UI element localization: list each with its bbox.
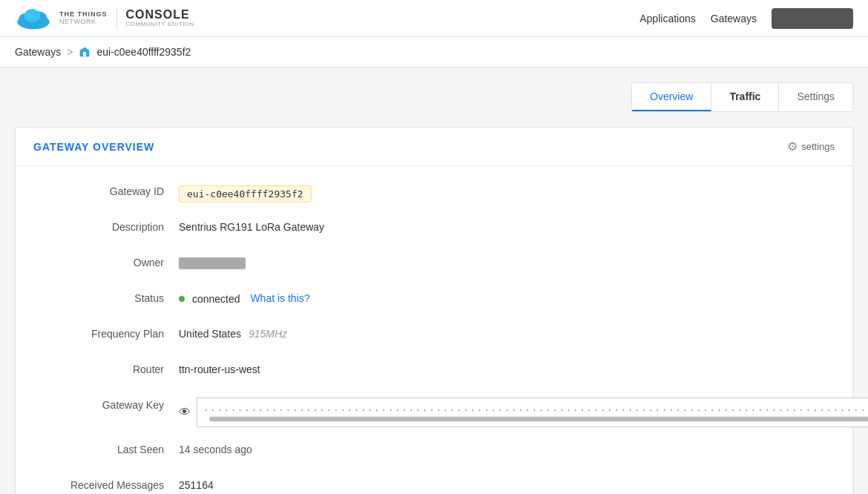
tab-traffic[interactable]: Traffic xyxy=(711,83,779,111)
logo-area: THE THINGS NETWORK CONSOLE COMMUNITY EDI… xyxy=(15,5,194,31)
received-row: Received Messages 251164 xyxy=(45,478,823,494)
freq-mhz: 915MHz xyxy=(249,328,287,340)
header-nav: Applications Gateways xyxy=(640,8,853,29)
owner-row: Owner xyxy=(45,255,823,276)
freq-plan-label: Frequency Plan xyxy=(45,326,179,340)
gear-icon: ⚙ xyxy=(787,139,798,154)
breadcrumb-current: eui-c0ee40ffff2935f2 xyxy=(96,46,191,58)
received-label: Received Messages xyxy=(45,478,179,491)
freq-plan-value: United States 915MHz xyxy=(179,326,823,340)
logo-edition-label: COMMUNITY EDITION xyxy=(126,22,194,28)
card-header: GATEWAY OVERVIEW ⚙ settings xyxy=(16,128,852,166)
status-label: Status xyxy=(45,291,179,304)
main-content: GATEWAY OVERVIEW ⚙ settings Gateway ID e… xyxy=(0,127,868,494)
gateway-overview-card: GATEWAY OVERVIEW ⚙ settings Gateway ID e… xyxy=(15,127,853,494)
description-label: Description xyxy=(45,220,179,233)
owner-label: Owner xyxy=(45,255,179,269)
console-text: CONSOLE COMMUNITY EDITION xyxy=(126,8,194,27)
router-value: ttn-router-us-west xyxy=(179,362,823,375)
tabs-container: Overview Traffic Settings xyxy=(631,82,853,112)
status-value: connected What is this? xyxy=(179,291,823,305)
router-row: Router ttn-router-us-west xyxy=(45,362,823,383)
gateway-key-row: Gateway Key 👁 ..........................… xyxy=(45,398,823,427)
freq-plan-country: United States xyxy=(179,328,241,340)
gateway-id-row: Gateway ID eui-c0ee40ffff2935f2 xyxy=(45,184,823,205)
key-scrollbar-thumb xyxy=(209,417,868,421)
status-text: connected xyxy=(192,293,240,305)
breadcrumb-separator: > xyxy=(67,46,73,58)
freq-plan-row: Frequency Plan United States 915MHz xyxy=(45,326,823,347)
owner-value xyxy=(179,255,823,269)
user-avatar[interactable] xyxy=(772,8,853,29)
breadcrumb: Gateways > eui-c0ee40ffff2935f2 xyxy=(0,37,868,67)
last-seen-row: Last Seen 14 seconds ago xyxy=(45,442,823,463)
status-row: Status connected What is this? xyxy=(45,291,823,312)
breadcrumb-gateways-link[interactable]: Gateways xyxy=(15,46,61,58)
description-value: Sentrius RG191 LoRa Gateway xyxy=(179,220,823,233)
app-header: THE THINGS NETWORK CONSOLE COMMUNITY EDI… xyxy=(0,0,868,37)
description-row: Description Sentrius RG191 LoRa Gateway xyxy=(45,220,823,240)
cloud-logo-icon xyxy=(15,5,52,31)
key-scrollbar[interactable] xyxy=(209,416,868,422)
what-is-this-link[interactable]: What is this? xyxy=(250,292,309,304)
gateway-icon xyxy=(79,46,91,58)
owner-redacted xyxy=(179,257,246,269)
logo-text: THE THINGS NETWORK xyxy=(59,11,108,26)
card-title: GATEWAY OVERVIEW xyxy=(33,141,154,153)
last-seen-label: Last Seen xyxy=(45,442,179,455)
router-label: Router xyxy=(45,362,179,375)
status-dot-icon xyxy=(179,296,185,302)
gateway-key-scrollbox[interactable]: ........................................… xyxy=(197,398,868,427)
settings-link[interactable]: ⚙ settings xyxy=(787,139,835,154)
gateway-key-container: 👁 ......................................… xyxy=(179,398,868,427)
received-value: 251164 xyxy=(179,478,823,491)
gateway-id-value: eui-c0ee40ffff2935f2 xyxy=(179,184,823,202)
tabs-bar: Overview Traffic Settings xyxy=(0,67,868,112)
nav-applications[interactable]: Applications xyxy=(640,13,696,24)
fields-container: Gateway ID eui-c0ee40ffff2935f2 Descript… xyxy=(16,166,852,494)
gateway-id-label: Gateway ID xyxy=(45,184,179,197)
gateway-id-badge: eui-c0ee40ffff2935f2 xyxy=(179,185,312,202)
logo-network: NETWORK xyxy=(59,19,108,26)
logo-console-label: CONSOLE xyxy=(126,8,194,22)
nav-gateways[interactable]: Gateways xyxy=(711,13,757,24)
gateway-key-label: Gateway Key xyxy=(45,398,179,411)
tab-overview[interactable]: Overview xyxy=(632,83,711,111)
svg-point-3 xyxy=(24,9,41,22)
tab-settings[interactable]: Settings xyxy=(779,83,852,111)
eye-icon[interactable]: 👁 xyxy=(179,406,191,419)
last-seen-value: 14 seconds ago xyxy=(179,442,823,455)
settings-link-label: settings xyxy=(801,141,835,152)
gateway-key-dots: ........................................… xyxy=(197,398,868,415)
svg-rect-4 xyxy=(83,52,86,56)
